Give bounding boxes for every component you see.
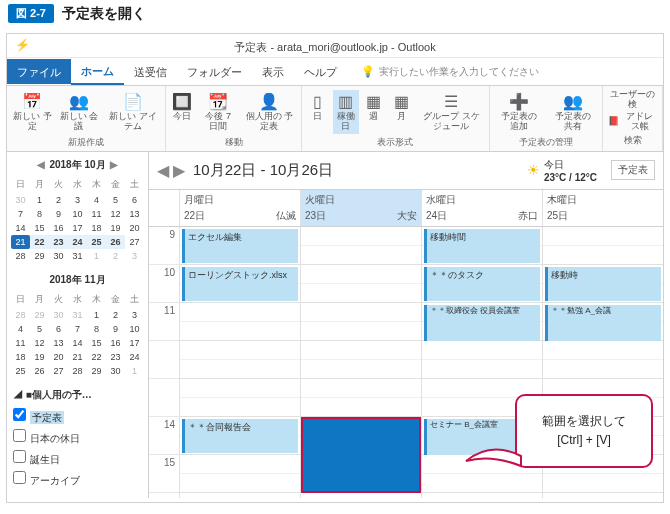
week-view-button[interactable]: ▦週 xyxy=(361,90,387,134)
mini-cal-day[interactable]: 24 xyxy=(125,350,144,364)
mini-cal-day[interactable]: 15 xyxy=(30,221,49,235)
prev-month-icon[interactable]: ◀ xyxy=(33,159,49,170)
mini-cal-day[interactable]: 18 xyxy=(11,350,30,364)
tab-view[interactable]: 表示 xyxy=(252,59,294,84)
personal-cal-button[interactable]: 👤個人用の 予定表 xyxy=(241,90,298,134)
mini-cal-day[interactable]: 28 xyxy=(11,308,30,322)
mini-cal-day[interactable]: 21 xyxy=(68,350,87,364)
mini-cal-day[interactable]: 1 xyxy=(125,364,144,378)
mini-cal-day[interactable]: 30 xyxy=(11,193,30,207)
mini-cal-day[interactable]: 2 xyxy=(106,308,125,322)
day-column-tue[interactable] xyxy=(300,227,421,498)
mini-cal-day[interactable]: 18 xyxy=(87,221,106,235)
mini-cal-day[interactable]: 8 xyxy=(87,322,106,336)
tab-home[interactable]: ホーム xyxy=(71,58,124,85)
mini-cal-day[interactable]: 28 xyxy=(11,249,30,263)
prev-range-icon[interactable]: ◀ xyxy=(157,161,169,180)
mini-cal-day[interactable]: 26 xyxy=(106,235,125,249)
mini-cal-day[interactable]: 9 xyxy=(106,322,125,336)
calendar-checkbox-item[interactable]: 予定表 xyxy=(13,406,142,427)
mini-cal-day[interactable]: 5 xyxy=(106,193,125,207)
mini-cal-day[interactable]: 11 xyxy=(87,207,106,221)
tab-file[interactable]: ファイル xyxy=(7,59,71,84)
day-header[interactable]: 月曜日22日仏滅 xyxy=(179,190,300,226)
mini-cal-day[interactable]: 30 xyxy=(49,249,68,263)
mini-cal-day[interactable]: 20 xyxy=(125,221,144,235)
mini-cal-day[interactable]: 21 xyxy=(11,235,30,249)
mini-cal-day[interactable]: 29 xyxy=(30,249,49,263)
calendar-checkbox-item[interactable]: 誕生日 xyxy=(13,448,142,469)
mini-cal-day[interactable]: 2 xyxy=(49,193,68,207)
tell-me-search[interactable]: 💡 実行したい作業を入力してください xyxy=(347,65,663,79)
day-view-button[interactable]: ▯日 xyxy=(305,90,331,134)
mini-cal-day[interactable]: 5 xyxy=(30,322,49,336)
mini-cal-day[interactable]: 29 xyxy=(87,364,106,378)
next-range-icon[interactable]: ▶ xyxy=(173,161,185,180)
mini-cal-day[interactable]: 29 xyxy=(30,308,49,322)
mini-cal-day[interactable]: 26 xyxy=(30,364,49,378)
mini-cal-day[interactable]: 3 xyxy=(125,308,144,322)
mini-cal-day[interactable]: 28 xyxy=(68,364,87,378)
mini-calendar-oct[interactable]: ◀ 2018年 10月 ▶ 日月火水木金土3012345678910111213… xyxy=(7,152,148,267)
mini-cal-day[interactable]: 19 xyxy=(30,350,49,364)
mini-cal-day[interactable]: 4 xyxy=(87,193,106,207)
tab-help[interactable]: ヘルプ xyxy=(294,59,347,84)
mini-cal-day[interactable]: 23 xyxy=(106,350,125,364)
day-column-mon[interactable]: エクセル編集ローリングストック.xlsx＊＊合同報告会 xyxy=(179,227,300,498)
calendar-event[interactable]: ＊＊取締役会 役員会議室 xyxy=(424,305,540,341)
mini-cal-day[interactable]: 30 xyxy=(106,364,125,378)
mini-cal-day[interactable]: 16 xyxy=(49,221,68,235)
calendar-event[interactable]: エクセル編集 xyxy=(182,229,298,263)
mini-cal-day[interactable]: 15 xyxy=(87,336,106,350)
mini-cal-day[interactable]: 1 xyxy=(87,308,106,322)
mini-cal-day[interactable]: 3 xyxy=(125,249,144,263)
mini-cal-day[interactable]: 27 xyxy=(125,235,144,249)
day-header[interactable]: 火曜日23日大安 xyxy=(300,190,421,226)
mini-cal-day[interactable]: 20 xyxy=(49,350,68,364)
mini-cal-day[interactable]: 30 xyxy=(49,308,68,322)
day-header[interactable]: 水曜日24日赤口 xyxy=(421,190,542,226)
mini-cal-day[interactable]: 17 xyxy=(68,221,87,235)
mini-cal-day[interactable]: 1 xyxy=(87,249,106,263)
mini-cal-day[interactable]: 25 xyxy=(11,364,30,378)
calendar-event[interactable]: ＊＊合同報告会 xyxy=(182,419,298,453)
mini-cal-day[interactable]: 22 xyxy=(87,350,106,364)
calendar-event[interactable]: 移動時 xyxy=(545,267,661,301)
mini-cal-day[interactable]: 14 xyxy=(68,336,87,350)
mini-cal-day[interactable]: 13 xyxy=(125,207,144,221)
calendar-event[interactable]: ローリングストック.xlsx xyxy=(182,267,298,301)
mini-cal-day[interactable]: 4 xyxy=(11,322,30,336)
mini-cal-day[interactable]: 22 xyxy=(30,235,49,249)
mini-cal-day[interactable]: 19 xyxy=(106,221,125,235)
address-book-button[interactable]: 📕アドレス帳 xyxy=(606,112,659,132)
calendar-checkbox-item[interactable]: 日本の休日 xyxy=(13,427,142,448)
mini-cal-day[interactable]: 31 xyxy=(68,249,87,263)
month-view-button[interactable]: ▦月 xyxy=(389,90,415,134)
mini-cal-day[interactable]: 17 xyxy=(125,336,144,350)
tab-folder[interactable]: フォルダー xyxy=(177,59,252,84)
new-items-button[interactable]: 📄新しい アイテム xyxy=(103,90,162,134)
mini-cal-day[interactable]: 6 xyxy=(125,193,144,207)
calendar-checkbox-item[interactable]: アーカイブ xyxy=(13,469,142,490)
share-calendar-button[interactable]: 👥予定表の 共有 xyxy=(547,90,599,134)
tab-sendreceive[interactable]: 送受信 xyxy=(124,59,177,84)
mini-cal-day[interactable]: 27 xyxy=(49,364,68,378)
mini-cal-day[interactable]: 10 xyxy=(68,207,87,221)
mini-cal-day[interactable]: 7 xyxy=(68,322,87,336)
mini-cal-day[interactable]: 12 xyxy=(30,336,49,350)
mini-cal-day[interactable]: 24 xyxy=(68,235,87,249)
mini-cal-day[interactable]: 16 xyxy=(106,336,125,350)
today-button[interactable]: 🔲今日 xyxy=(169,90,195,134)
mini-cal-day[interactable]: 1 xyxy=(30,193,49,207)
next-month-icon[interactable]: ▶ xyxy=(106,159,122,170)
mini-cal-day[interactable]: 13 xyxy=(49,336,68,350)
workweek-view-button[interactable]: ▥稼働日 xyxy=(333,90,359,134)
mini-cal-day[interactable]: 3 xyxy=(68,193,87,207)
time-selection[interactable] xyxy=(303,419,419,491)
mini-cal-day[interactable]: 23 xyxy=(49,235,68,249)
open-calendar-button[interactable]: ➕予定表の 追加 xyxy=(493,90,545,134)
day-header[interactable]: 木曜日25日 xyxy=(542,190,663,226)
mini-cal-day[interactable]: 11 xyxy=(11,336,30,350)
mini-cal-day[interactable]: 25 xyxy=(87,235,106,249)
mini-cal-day[interactable]: 6 xyxy=(49,322,68,336)
